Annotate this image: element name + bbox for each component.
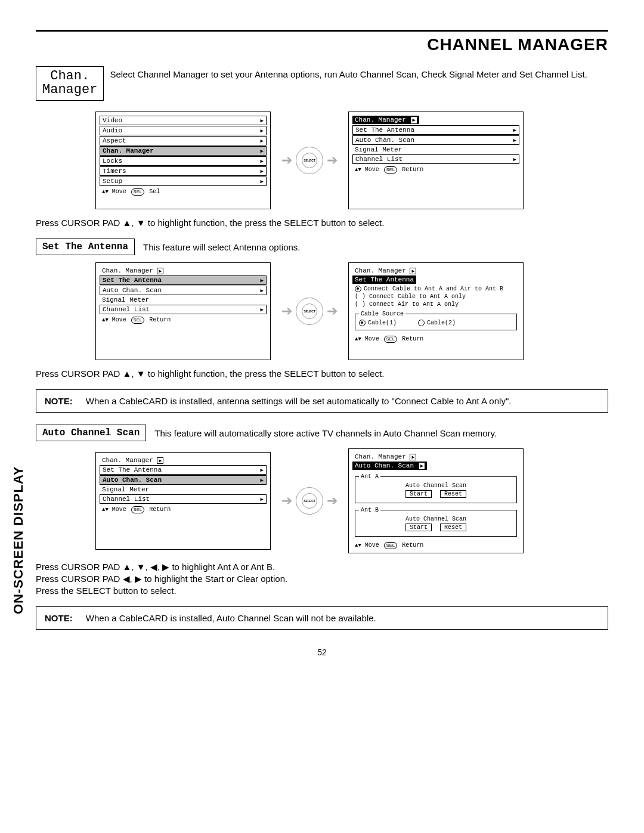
radio-filled-icon (359, 320, 366, 326)
osd-footer: ▲▼ Move SEL Sel (100, 187, 267, 196)
reset-button[interactable]: Reset (440, 490, 466, 498)
chan-manager-submenu-osd: Chan. Manager ▶ Set The Antenna▶ Auto Ch… (95, 452, 271, 550)
menu-item: Channel List▶ (100, 305, 267, 314)
menu-item: Signal Meter (100, 296, 267, 304)
page-title: CHANNEL MANAGER (36, 35, 608, 54)
menu-item: Set The Antenna▶ (352, 125, 519, 135)
menu-item: Channel List▶ (352, 154, 519, 164)
select-transition: ➔ SELECT ➔ (281, 487, 338, 515)
osd-footer: ▲▼ Move SEL Return (100, 504, 267, 513)
chan-manager-submenu-osd: Chan. Manager ▶ Set The Antenna▶ Auto Ch… (348, 112, 524, 209)
select-pad-icon: SELECT (296, 298, 323, 325)
osd-title: Chan. Manager ▶ (352, 116, 419, 124)
auto-scan-desc: This feature will automatically store ac… (154, 428, 497, 438)
auto-scan-osd: Chan. Manager ▶ Auto Chan. Scan ▶ Ant A … (348, 448, 524, 553)
menu-item: Auto Chan. Scan▶ (352, 135, 519, 145)
menu-item: Auto Chan. Scan▶ (100, 286, 267, 295)
menu-item: Channel List▶ (100, 494, 267, 504)
select-transition: ➔ SELECT ➔ (281, 147, 338, 174)
start-button[interactable]: Start (405, 524, 432, 531)
menu-item: Signal Meter (100, 485, 267, 494)
osd-title-plain: Chan. Manager ▶ (352, 453, 519, 461)
select-pad-icon: SELECT (296, 147, 323, 174)
osd-footer: ▲▼ Move SEL Return (100, 315, 267, 324)
chan-manager-tag: Chan. Manager (36, 66, 104, 101)
auto-scan-tag: Auto Channel Scan (36, 425, 146, 441)
menu-item-selected: Auto Chan. Scan▶ (100, 475, 267, 485)
osd-title-plain: Chan. Manager ▶ (100, 267, 267, 275)
note-label: NOTE: (45, 396, 73, 406)
arrow-right-icon: ➔ (281, 493, 292, 509)
menu-item: Set The Antenna▶ (100, 465, 267, 475)
menu-item-selected: Chan. Manager▶ (100, 146, 267, 156)
menu-item: Aspect▶ (100, 136, 267, 145)
osd-title-plain: Chan. Manager ▶ (100, 456, 267, 465)
menu-item: Signal Meter (352, 145, 519, 154)
arrow-right-icon: ➔ (327, 493, 338, 509)
osd-subtitle: Auto Chan. Scan ▶ (352, 462, 427, 470)
select-pad-icon: SELECT (296, 487, 323, 515)
set-antenna-desc: This feature will select Antenna options… (143, 242, 300, 252)
instruction-text: Press CURSOR PAD ◀, ▶ to highlight the S… (36, 574, 608, 584)
arrow-right-icon: ➔ (327, 153, 338, 168)
osd-subtitle: Set The Antenna (352, 275, 416, 284)
note-box: NOTE: When a CableCARD is installed, ant… (36, 389, 608, 413)
start-button[interactable]: Start (405, 490, 432, 498)
select-transition: ➔ SELECT ➔ (281, 298, 338, 325)
menu-item: Locks▶ (100, 156, 267, 166)
chan-manager-intro: Select Channel Manager to set your Anten… (110, 66, 608, 80)
osd-footer: ▲▼ Move SEL Return (352, 165, 519, 174)
menu-item: Audio▶ (100, 126, 267, 135)
instruction-text: Press CURSOR PAD ▲, ▼, ◀, ▶ to highlight… (36, 562, 608, 572)
reset-button[interactable]: Reset (440, 524, 466, 531)
arrow-right-icon: ➔ (281, 153, 292, 168)
note-label: NOTE: (45, 613, 73, 623)
instruction-text: Press CURSOR PAD ▲, ▼ to highlight funct… (36, 218, 608, 228)
note-box: NOTE: When a CableCARD is installed, Aut… (36, 606, 608, 630)
arrow-right-icon: ➔ (327, 304, 338, 319)
ant-a-fieldset: Ant A Auto Channel Scan Start Reset (355, 473, 517, 503)
antenna-option: ( ) Connect Cable to Ant A only (352, 293, 519, 301)
menu-item: Timers▶ (100, 166, 267, 176)
set-antenna-tag: Set The Antenna (36, 239, 135, 255)
page-number: 52 (36, 648, 608, 657)
set-antenna-options-osd: Chan. Manager ▶ Set The Antenna Connect … (348, 262, 524, 360)
osd-title-plain: Chan. Manager ▶ (352, 267, 519, 275)
chan-manager-submenu-osd: Chan. Manager ▶ Set The Antenna▶ Auto Ch… (95, 262, 271, 360)
antenna-option: ( ) Connect Air to Ant A only (352, 301, 519, 308)
instruction-text: Press CURSOR PAD ▲, ▼ to highlight funct… (36, 368, 608, 379)
menu-item: Setup▶ (100, 176, 267, 186)
side-label: ON-SCREEN DISPLAY (11, 466, 26, 614)
main-menu-osd: Video▶ Audio▶ Aspect▶ Chan. Manager▶ Loc… (95, 112, 271, 209)
radio-filled-icon (355, 286, 361, 292)
menu-item: Video▶ (100, 116, 267, 125)
antenna-option: Connect Cable to Ant A and Air to Ant B (352, 285, 519, 293)
osd-footer: ▲▼ Move SEL Return (352, 334, 519, 343)
menu-item-selected: Set The Antenna▶ (100, 275, 267, 285)
osd-footer: ▲▼ Move SEL Return (352, 540, 519, 549)
note-text: When a CableCARD is installed, Auto Chan… (86, 613, 376, 623)
ant-b-fieldset: Ant B Auto Channel Scan Start Reset (355, 507, 517, 537)
radio-empty-icon (418, 320, 425, 326)
note-text: When a CableCARD is installed, antenna s… (86, 396, 512, 406)
arrow-right-icon: ➔ (281, 304, 292, 319)
instruction-text: Press the SELECT button to select. (36, 586, 608, 596)
cable-source-fieldset: Cable Source Cable(1) Cable(2) (355, 311, 517, 330)
